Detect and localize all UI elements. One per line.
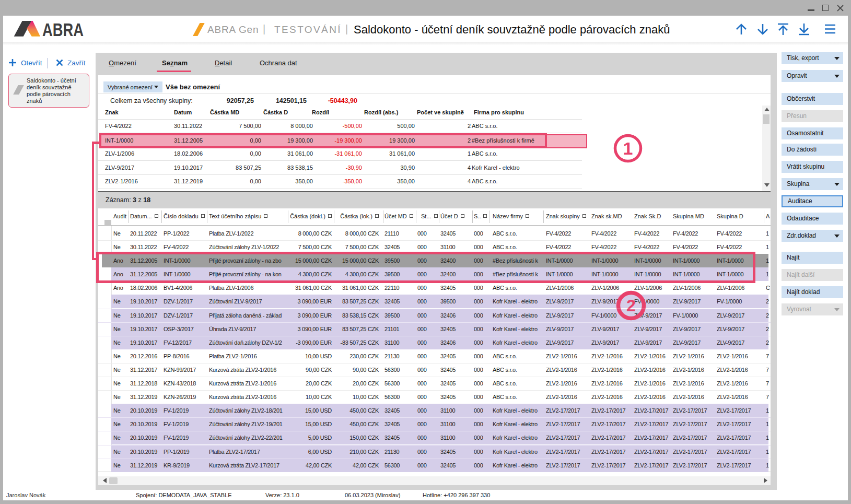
svg-text:2: 2	[626, 296, 636, 315]
